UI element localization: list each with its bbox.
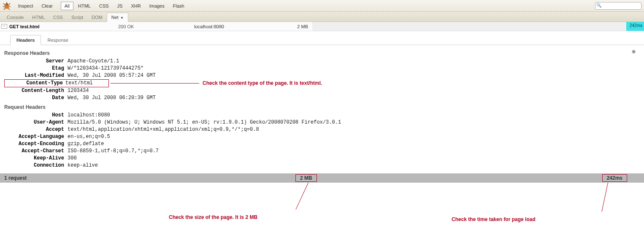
request-time-bar: 242ms [626, 22, 644, 31]
panel-tabs: Console HTML CSS Script DOM Net ▼ [0, 12, 644, 22]
header-name: Keep-Alive [4, 155, 68, 162]
header-name: Etag [4, 65, 68, 72]
tab-response[interactable]: Response [41, 35, 75, 45]
tab-dom[interactable]: DOM [87, 13, 107, 22]
tab-net-label: Net [111, 15, 119, 20]
annotation-line [601, 183, 608, 212]
header-value: keep-alive [68, 162, 640, 169]
annotation-size: Check the size of the page. It is 2 MB [169, 214, 257, 220]
request-name: GET test.html [8, 24, 118, 29]
header-row: Accept-Languageen-us,en;q=0.5 [4, 133, 640, 140]
net-request-row[interactable]: − GET test.html 200 OK localhost:8080 2 … [0, 22, 644, 31]
header-row: Accept-Encodinggzip,deflate [4, 140, 640, 148]
filter-images[interactable]: Images [146, 2, 168, 10]
header-name: Accept-Language [4, 133, 68, 140]
header-name: Content-Type [5, 80, 65, 87]
request-timeline: 242ms [312, 22, 644, 31]
header-value: 1203434 [68, 87, 640, 94]
header-name: Content-Length [4, 87, 68, 94]
header-value: ISO-8859-1,utf-8;q=0.7,*;q=0.7 [68, 148, 640, 155]
header-row: Keep-Alive300 [4, 155, 640, 162]
header-value: Mozilla/5.0 (Windows; U; Windows NT 5.1;… [68, 119, 640, 126]
header-value: text/html [65, 80, 108, 87]
tab-html[interactable]: HTML [28, 13, 49, 22]
collapse-toggle[interactable]: − [1, 24, 7, 29]
annotation-time: Check the time taken for page load [452, 216, 536, 222]
annotation-line [295, 183, 308, 210]
tab-headers[interactable]: Headers [10, 35, 41, 45]
header-name: Accept-Encoding [4, 140, 68, 148]
filter-css[interactable]: CSS [95, 2, 113, 10]
header-name: Date [4, 94, 68, 102]
header-value: Wed, 30 Jul 2008 06:20:39 GMT [68, 94, 640, 102]
header-row: Last-ModifiedWed, 30 Jul 2008 05:57:24 G… [4, 72, 640, 79]
header-row: DateWed, 30 Jul 2008 06:20:39 GMT [4, 94, 640, 102]
header-value: Apache-Coyote/1.1 [68, 58, 640, 65]
request-detail-tabs: Headers Response [0, 31, 644, 45]
request-headers-title: Request Headers [4, 104, 640, 110]
header-row: Hostlocalhost:8080 [4, 112, 640, 119]
header-value: W/"1203434-1217397444275" [68, 65, 640, 72]
net-summary-bar: 1 request 2 MB 242ms [0, 173, 644, 183]
header-value: gzip,deflate [68, 140, 640, 148]
filter-all[interactable]: All [61, 2, 73, 10]
header-row: Connectionkeep-alive [4, 162, 640, 169]
request-status: 200 OK [118, 24, 194, 29]
filter-xhr[interactable]: XHR [127, 2, 144, 10]
tab-css[interactable]: CSS [49, 13, 67, 22]
summary-size: 2 MB [295, 174, 317, 182]
annotation-content-type: Check the content type of the page. It i… [203, 80, 322, 87]
annotation-line [111, 83, 199, 84]
inspect-button[interactable]: Inspect [14, 2, 37, 10]
tab-net[interactable]: Net ▼ [107, 13, 128, 22]
search-icon: 🔍 [596, 3, 601, 8]
header-value: Wed, 30 Jul 2008 05:57:24 GMT [68, 72, 640, 79]
svg-point-1 [5, 3, 8, 5]
headers-panel: ◉ Response Headers ServerApache-Coyote/1… [0, 45, 644, 173]
header-name: Accept [4, 126, 68, 133]
search-input[interactable] [595, 2, 641, 10]
search-box: 🔍 [595, 2, 641, 10]
request-size: 2 MB [279, 24, 312, 29]
header-row: ServerApache-Coyote/1.1 [4, 58, 640, 65]
header-row-content-type: Content-Type text/html Check the content… [4, 79, 640, 87]
header-name: User-Agent [4, 119, 68, 126]
request-domain: localhost:8080 [194, 24, 279, 29]
annotations-area: Check the size of the page. It is 2 MB C… [0, 183, 644, 229]
header-name: Server [4, 58, 68, 65]
header-name: Last-Modified [4, 72, 68, 79]
tab-script[interactable]: Script [67, 13, 87, 22]
header-name: Connection [4, 162, 68, 169]
header-value: en-us,en;q=0.5 [68, 133, 640, 140]
clear-button[interactable]: Clear [38, 2, 56, 10]
header-row: Content-Length1203434 [4, 87, 640, 94]
header-row: User-AgentMozilla/5.0 (Windows; U; Windo… [4, 119, 640, 126]
header-row: EtagW/"1203434-1217397444275" [4, 65, 640, 72]
chevron-down-icon: ▼ [119, 16, 124, 20]
firebug-icon [3, 2, 11, 10]
summary-time: 242ms [602, 174, 627, 182]
header-value: localhost:8080 [68, 112, 640, 119]
filter-html[interactable]: HTML [74, 2, 95, 10]
eye-icon[interactable]: ◉ [632, 48, 636, 55]
firebug-toolbar: Inspect Clear All HTML CSS JS XHR Images… [0, 0, 644, 12]
header-value: 300 [68, 155, 640, 162]
filter-flash[interactable]: Flash [169, 2, 188, 10]
response-headers-title: Response Headers [4, 50, 640, 56]
header-row: Accept-CharsetISO-8859-1,utf-8;q=0.7,*;q… [4, 148, 640, 155]
tab-console[interactable]: Console [3, 13, 28, 22]
header-row: Accepttext/html,application/xhtml+xml,ap… [4, 126, 640, 133]
header-value: text/html,application/xhtml+xml,applicat… [68, 126, 640, 133]
header-name: Host [4, 112, 68, 119]
header-name: Accept-Charset [4, 148, 68, 155]
summary-request-count: 1 request [0, 175, 27, 181]
content-type-highlight-box: Content-Type text/html [4, 79, 109, 87]
filter-js[interactable]: JS [114, 2, 127, 10]
